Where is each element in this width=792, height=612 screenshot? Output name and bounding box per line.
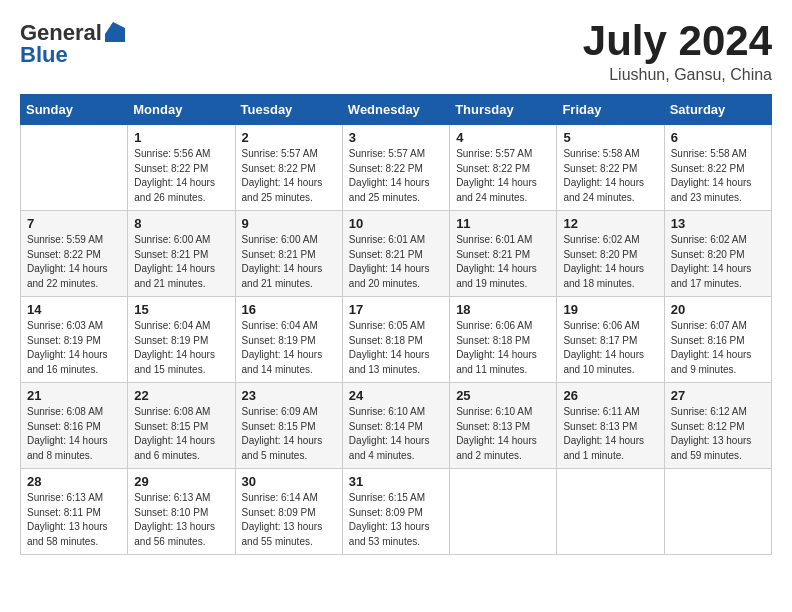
day-info: Sunrise: 5:57 AM Sunset: 8:22 PM Dayligh… bbox=[242, 147, 336, 205]
calendar-cell: 17Sunrise: 6:05 AM Sunset: 8:18 PM Dayli… bbox=[342, 297, 449, 383]
weekday-header-row: Sunday Monday Tuesday Wednesday Thursday… bbox=[21, 95, 772, 125]
day-number: 9 bbox=[242, 216, 336, 231]
calendar-cell: 16Sunrise: 6:04 AM Sunset: 8:19 PM Dayli… bbox=[235, 297, 342, 383]
calendar-cell: 9Sunrise: 6:00 AM Sunset: 8:21 PM Daylig… bbox=[235, 211, 342, 297]
calendar-cell: 25Sunrise: 6:10 AM Sunset: 8:13 PM Dayli… bbox=[450, 383, 557, 469]
calendar-cell bbox=[557, 469, 664, 555]
day-number: 4 bbox=[456, 130, 550, 145]
day-number: 27 bbox=[671, 388, 765, 403]
day-info: Sunrise: 6:04 AM Sunset: 8:19 PM Dayligh… bbox=[134, 319, 228, 377]
day-info: Sunrise: 6:00 AM Sunset: 8:21 PM Dayligh… bbox=[134, 233, 228, 291]
calendar-cell: 4Sunrise: 5:57 AM Sunset: 8:22 PM Daylig… bbox=[450, 125, 557, 211]
header-friday: Friday bbox=[557, 95, 664, 125]
calendar-week-2: 7Sunrise: 5:59 AM Sunset: 8:22 PM Daylig… bbox=[21, 211, 772, 297]
day-number: 22 bbox=[134, 388, 228, 403]
page-header: General Blue July 2024 Liushun, Gansu, C… bbox=[20, 20, 772, 84]
day-info: Sunrise: 6:13 AM Sunset: 8:10 PM Dayligh… bbox=[134, 491, 228, 549]
svg-marker-0 bbox=[105, 22, 125, 42]
day-number: 8 bbox=[134, 216, 228, 231]
day-info: Sunrise: 5:58 AM Sunset: 8:22 PM Dayligh… bbox=[671, 147, 765, 205]
day-info: Sunrise: 6:00 AM Sunset: 8:21 PM Dayligh… bbox=[242, 233, 336, 291]
day-number: 26 bbox=[563, 388, 657, 403]
day-info: Sunrise: 6:14 AM Sunset: 8:09 PM Dayligh… bbox=[242, 491, 336, 549]
day-number: 11 bbox=[456, 216, 550, 231]
day-info: Sunrise: 6:10 AM Sunset: 8:14 PM Dayligh… bbox=[349, 405, 443, 463]
day-number: 28 bbox=[27, 474, 121, 489]
calendar-cell bbox=[664, 469, 771, 555]
calendar-cell: 29Sunrise: 6:13 AM Sunset: 8:10 PM Dayli… bbox=[128, 469, 235, 555]
header-monday: Monday bbox=[128, 95, 235, 125]
day-number: 16 bbox=[242, 302, 336, 317]
calendar-cell: 7Sunrise: 5:59 AM Sunset: 8:22 PM Daylig… bbox=[21, 211, 128, 297]
header-wednesday: Wednesday bbox=[342, 95, 449, 125]
day-info: Sunrise: 6:02 AM Sunset: 8:20 PM Dayligh… bbox=[671, 233, 765, 291]
logo-icon bbox=[103, 20, 125, 42]
day-info: Sunrise: 6:07 AM Sunset: 8:16 PM Dayligh… bbox=[671, 319, 765, 377]
logo: General Blue bbox=[20, 20, 125, 68]
day-info: Sunrise: 6:06 AM Sunset: 8:17 PM Dayligh… bbox=[563, 319, 657, 377]
calendar-cell: 10Sunrise: 6:01 AM Sunset: 8:21 PM Dayli… bbox=[342, 211, 449, 297]
calendar-cell: 3Sunrise: 5:57 AM Sunset: 8:22 PM Daylig… bbox=[342, 125, 449, 211]
day-number: 18 bbox=[456, 302, 550, 317]
calendar-cell: 26Sunrise: 6:11 AM Sunset: 8:13 PM Dayli… bbox=[557, 383, 664, 469]
calendar-week-1: 1Sunrise: 5:56 AM Sunset: 8:22 PM Daylig… bbox=[21, 125, 772, 211]
calendar-cell: 14Sunrise: 6:03 AM Sunset: 8:19 PM Dayli… bbox=[21, 297, 128, 383]
day-number: 15 bbox=[134, 302, 228, 317]
calendar-cell: 31Sunrise: 6:15 AM Sunset: 8:09 PM Dayli… bbox=[342, 469, 449, 555]
calendar: Sunday Monday Tuesday Wednesday Thursday… bbox=[20, 94, 772, 555]
day-number: 6 bbox=[671, 130, 765, 145]
day-number: 10 bbox=[349, 216, 443, 231]
day-number: 21 bbox=[27, 388, 121, 403]
day-info: Sunrise: 6:08 AM Sunset: 8:15 PM Dayligh… bbox=[134, 405, 228, 463]
calendar-cell: 27Sunrise: 6:12 AM Sunset: 8:12 PM Dayli… bbox=[664, 383, 771, 469]
day-info: Sunrise: 5:58 AM Sunset: 8:22 PM Dayligh… bbox=[563, 147, 657, 205]
month-title: July 2024 bbox=[583, 20, 772, 62]
day-info: Sunrise: 6:13 AM Sunset: 8:11 PM Dayligh… bbox=[27, 491, 121, 549]
calendar-week-5: 28Sunrise: 6:13 AM Sunset: 8:11 PM Dayli… bbox=[21, 469, 772, 555]
day-info: Sunrise: 5:57 AM Sunset: 8:22 PM Dayligh… bbox=[456, 147, 550, 205]
calendar-cell: 21Sunrise: 6:08 AM Sunset: 8:16 PM Dayli… bbox=[21, 383, 128, 469]
day-info: Sunrise: 6:09 AM Sunset: 8:15 PM Dayligh… bbox=[242, 405, 336, 463]
day-number: 31 bbox=[349, 474, 443, 489]
day-info: Sunrise: 6:01 AM Sunset: 8:21 PM Dayligh… bbox=[456, 233, 550, 291]
calendar-cell: 1Sunrise: 5:56 AM Sunset: 8:22 PM Daylig… bbox=[128, 125, 235, 211]
header-thursday: Thursday bbox=[450, 95, 557, 125]
day-number: 12 bbox=[563, 216, 657, 231]
day-info: Sunrise: 5:56 AM Sunset: 8:22 PM Dayligh… bbox=[134, 147, 228, 205]
calendar-week-3: 14Sunrise: 6:03 AM Sunset: 8:19 PM Dayli… bbox=[21, 297, 772, 383]
day-number: 24 bbox=[349, 388, 443, 403]
day-info: Sunrise: 5:59 AM Sunset: 8:22 PM Dayligh… bbox=[27, 233, 121, 291]
calendar-cell: 30Sunrise: 6:14 AM Sunset: 8:09 PM Dayli… bbox=[235, 469, 342, 555]
calendar-week-4: 21Sunrise: 6:08 AM Sunset: 8:16 PM Dayli… bbox=[21, 383, 772, 469]
calendar-cell: 28Sunrise: 6:13 AM Sunset: 8:11 PM Dayli… bbox=[21, 469, 128, 555]
day-info: Sunrise: 6:03 AM Sunset: 8:19 PM Dayligh… bbox=[27, 319, 121, 377]
calendar-cell bbox=[21, 125, 128, 211]
day-info: Sunrise: 6:06 AM Sunset: 8:18 PM Dayligh… bbox=[456, 319, 550, 377]
header-tuesday: Tuesday bbox=[235, 95, 342, 125]
calendar-cell: 12Sunrise: 6:02 AM Sunset: 8:20 PM Dayli… bbox=[557, 211, 664, 297]
calendar-cell: 13Sunrise: 6:02 AM Sunset: 8:20 PM Dayli… bbox=[664, 211, 771, 297]
day-info: Sunrise: 6:04 AM Sunset: 8:19 PM Dayligh… bbox=[242, 319, 336, 377]
day-number: 20 bbox=[671, 302, 765, 317]
day-info: Sunrise: 6:05 AM Sunset: 8:18 PM Dayligh… bbox=[349, 319, 443, 377]
day-info: Sunrise: 6:11 AM Sunset: 8:13 PM Dayligh… bbox=[563, 405, 657, 463]
day-number: 19 bbox=[563, 302, 657, 317]
calendar-cell: 20Sunrise: 6:07 AM Sunset: 8:16 PM Dayli… bbox=[664, 297, 771, 383]
day-info: Sunrise: 5:57 AM Sunset: 8:22 PM Dayligh… bbox=[349, 147, 443, 205]
day-number: 1 bbox=[134, 130, 228, 145]
day-info: Sunrise: 6:01 AM Sunset: 8:21 PM Dayligh… bbox=[349, 233, 443, 291]
day-number: 14 bbox=[27, 302, 121, 317]
calendar-cell: 8Sunrise: 6:00 AM Sunset: 8:21 PM Daylig… bbox=[128, 211, 235, 297]
title-block: July 2024 Liushun, Gansu, China bbox=[583, 20, 772, 84]
calendar-cell bbox=[450, 469, 557, 555]
day-number: 7 bbox=[27, 216, 121, 231]
location: Liushun, Gansu, China bbox=[583, 66, 772, 84]
calendar-cell: 18Sunrise: 6:06 AM Sunset: 8:18 PM Dayli… bbox=[450, 297, 557, 383]
calendar-cell: 23Sunrise: 6:09 AM Sunset: 8:15 PM Dayli… bbox=[235, 383, 342, 469]
logo-blue: Blue bbox=[20, 42, 68, 68]
day-number: 2 bbox=[242, 130, 336, 145]
day-number: 17 bbox=[349, 302, 443, 317]
day-info: Sunrise: 6:02 AM Sunset: 8:20 PM Dayligh… bbox=[563, 233, 657, 291]
calendar-cell: 22Sunrise: 6:08 AM Sunset: 8:15 PM Dayli… bbox=[128, 383, 235, 469]
day-number: 29 bbox=[134, 474, 228, 489]
